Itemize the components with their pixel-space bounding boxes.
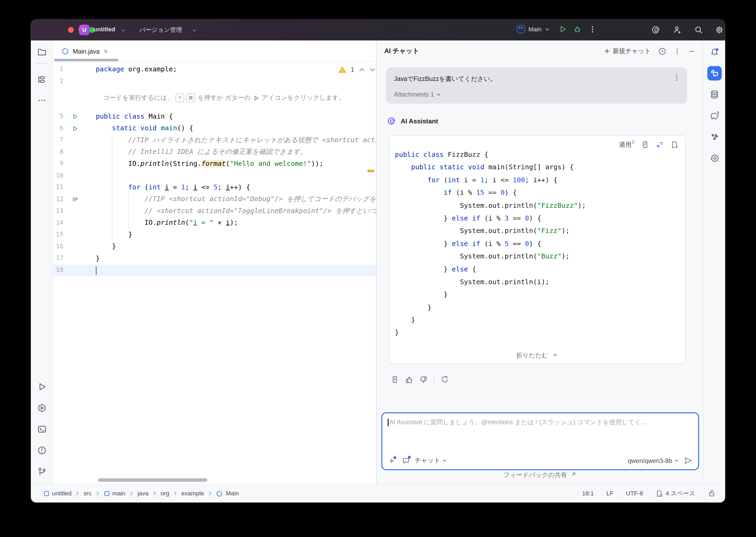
structure-tool-icon[interactable]: [37, 75, 46, 84]
assistant-code-line: } else if (i % 3 == 0) {: [395, 214, 682, 227]
inspection-widget[interactable]: 1: [338, 66, 375, 73]
chat-input[interactable]: AI Assistant に質問しましょう。@mentions または / (ス…: [381, 412, 699, 470]
more-tools-icon[interactable]: [37, 96, 46, 105]
breadcrumb-item-org[interactable]: org: [160, 490, 169, 497]
history-clock-icon[interactable]: [658, 47, 666, 55]
run-gutter-icon[interactable]: [72, 125, 78, 132]
line-separator-widget[interactable]: LF: [606, 490, 614, 497]
ai-assistant-icon[interactable]: [652, 25, 660, 34]
thumbs-down-icon[interactable]: [419, 375, 428, 384]
collapse-code-button[interactable]: 折りたたむ: [389, 351, 685, 360]
regenerate-icon[interactable]: [441, 376, 448, 383]
editor-line-6[interactable]: 6 static void main() {: [53, 123, 376, 135]
dependencies-tool-icon[interactable]: [710, 133, 719, 142]
caret-position-widget[interactable]: 18:1: [582, 490, 594, 497]
vcs-widget[interactable]: バージョン管理: [139, 26, 182, 34]
breadcrumb-item-java[interactable]: java: [138, 490, 148, 497]
gradle-tool-icon[interactable]: [710, 111, 719, 120]
message-kebab-icon[interactable]: [673, 74, 680, 81]
editor-line-16[interactable]: 16 }: [53, 241, 376, 253]
project-name-menu[interactable]: untitled: [94, 26, 115, 33]
prev-problem-chevron-icon[interactable]: [358, 67, 365, 72]
breadcrumb-item-src[interactable]: src: [84, 490, 92, 497]
hide-panel-icon[interactable]: [688, 48, 695, 55]
new-file-from-code-icon[interactable]: [671, 141, 678, 148]
code-area[interactable]: 1package org.example;25public class Main…: [53, 62, 376, 484]
new-chat-button[interactable]: 新規チャット: [604, 47, 651, 56]
breadcrumb-item-Main[interactable]: Main: [216, 490, 239, 497]
tab-main-java[interactable]: Main.java: [57, 41, 113, 62]
readonly-unlocked-icon[interactable]: [708, 489, 715, 497]
more-actions-kebab-icon[interactable]: [589, 25, 596, 33]
ai-chat-tool-icon-active[interactable]: [707, 66, 722, 81]
breadcrumb-item-example[interactable]: example: [181, 490, 204, 497]
insert-at-caret-icon[interactable]: [656, 141, 664, 148]
search-icon[interactable]: [694, 25, 703, 34]
main-body: Main.java 1package org.example;25public …: [31, 41, 725, 484]
editor-line-5[interactable]: 5public class Main {: [53, 111, 376, 123]
left-tool-strip: [31, 41, 53, 484]
thumbs-up-icon[interactable]: [405, 375, 413, 384]
editor-line-18[interactable]: 18: [53, 265, 376, 277]
project-tool-icon[interactable]: [37, 48, 46, 57]
assistant-code-line: } else {: [395, 265, 682, 278]
editor-line-12[interactable]: 12 //TIP <shortcut actionId="Debug"/> を押…: [53, 194, 376, 206]
editor-line-17[interactable]: 17}: [53, 253, 376, 265]
close-window-button[interactable]: [68, 27, 74, 33]
attachments-toggle[interactable]: Attachments 1: [394, 91, 441, 98]
apply-code-button[interactable]: 適用β: [619, 140, 634, 149]
run-button[interactable]: [559, 25, 567, 33]
database-tool-icon[interactable]: [710, 90, 719, 99]
chat-mode-icon[interactable]: [402, 457, 410, 464]
plus-icon: [604, 48, 610, 54]
editor-horizontal-scrollbar[interactable]: [98, 478, 208, 482]
settings-gear-icon[interactable]: [715, 25, 724, 34]
run-gutter-icon[interactable]: [72, 113, 78, 120]
class-icon: [216, 490, 223, 497]
services-tool-icon[interactable]: [37, 403, 46, 413]
editor-line-10[interactable]: 10: [53, 170, 376, 182]
indent-widget[interactable]: 4 スペース: [656, 489, 695, 497]
editor-line-9[interactable]: 9 IO.println(String.format("Hello and we…: [53, 158, 376, 170]
run-tool-icon[interactable]: [37, 382, 46, 391]
code-text: public class Main {: [96, 112, 173, 120]
send-icon[interactable]: [684, 456, 692, 465]
share-feedback-link[interactable]: フィードバックの共有: [377, 471, 703, 479]
copy-code-icon[interactable]: [641, 141, 649, 148]
notifications-bell-icon[interactable]: [710, 48, 719, 57]
editor-line-15[interactable]: 15 }: [53, 229, 376, 241]
editor-line-14[interactable]: 14 IO.println("i = " + i);: [53, 218, 376, 229]
breadcrumb[interactable]: untitledsrcmainjavaorgexampleMain: [44, 490, 239, 497]
breadcrumb-item-untitled[interactable]: untitled: [44, 490, 72, 497]
breadcrumb-item-main[interactable]: main: [104, 490, 126, 497]
next-problem-chevron-icon[interactable]: [369, 67, 375, 72]
code-text: IO.println(String.format("Hello and welc…: [96, 159, 323, 167]
beta-badge: β: [632, 139, 634, 144]
mode-selector[interactable]: チャット: [415, 456, 447, 465]
line-number: 6: [53, 124, 63, 132]
terminal-tool-icon[interactable]: [37, 425, 46, 434]
editor-line-13[interactable]: 13 // <shortcut actionId="ToggleLineBrea…: [53, 206, 376, 218]
debug-button[interactable]: [573, 25, 581, 33]
editor-line-7[interactable]: 7 //TIP ハイライトされたテキストにキャレットがある状態で <shortc…: [53, 135, 376, 147]
profiler-tool-icon[interactable]: [710, 154, 719, 163]
version-control-tool-icon[interactable]: [37, 467, 46, 476]
assistant-code-block[interactable]: public class FizzBuzz { public static vo…: [395, 150, 682, 342]
tab-scrollbar-thumb[interactable]: [54, 59, 119, 61]
editor-line-2[interactable]: 2: [53, 76, 376, 88]
editor-line-1[interactable]: 1package org.example;: [53, 64, 376, 76]
editor-line-11[interactable]: 11 for (int i = 1; i <= 5; i++) {: [53, 182, 376, 194]
editor-line-8[interactable]: 8 // IntelliJ IDEA によるその修正案を確認できます。: [53, 146, 376, 158]
run-config-selector[interactable]: Main: [528, 26, 541, 32]
copy-message-icon[interactable]: [391, 376, 399, 383]
close-tab-icon[interactable]: [103, 49, 108, 54]
problems-tool-icon[interactable]: [37, 446, 46, 455]
model-selector[interactable]: qwen/qwen3-8b: [628, 457, 679, 464]
encoding-widget[interactable]: UTF-8: [626, 490, 643, 497]
code-text: for (int i = 1; i <= 5; i++) {: [96, 183, 250, 191]
chat-options-kebab-icon[interactable]: [673, 48, 681, 55]
gutter-hint-icon[interactable]: [72, 196, 79, 203]
code-with-me-icon[interactable]: [673, 25, 682, 34]
add-context-button[interactable]: [388, 457, 395, 464]
divider: [434, 375, 434, 384]
